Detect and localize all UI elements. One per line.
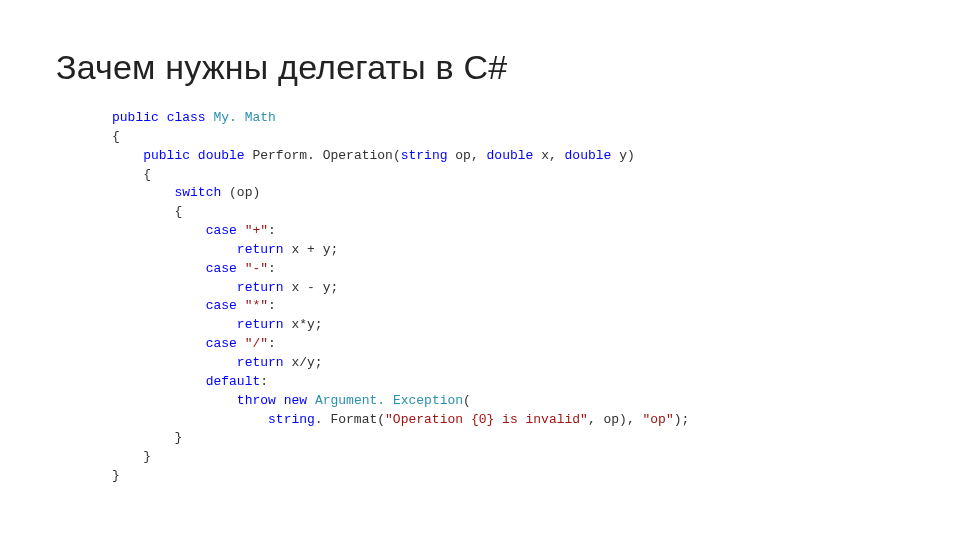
code-token: :: [268, 261, 276, 276]
code-token: My. Math: [213, 110, 275, 125]
code-token: switch: [174, 185, 221, 200]
code-token: }: [143, 449, 151, 464]
code-token: return: [237, 317, 284, 332]
code-token: "op": [643, 412, 674, 427]
code-token: }: [112, 468, 120, 483]
code-token: op,: [448, 148, 487, 163]
code-token: {: [174, 204, 182, 219]
code-token: new: [284, 393, 307, 408]
code-token: class: [167, 110, 206, 125]
code-token: double: [487, 148, 534, 163]
code-token: public: [143, 148, 190, 163]
code-token: return: [237, 355, 284, 370]
code-token: (op): [221, 185, 260, 200]
code-token: public: [112, 110, 159, 125]
code-token: "-": [237, 261, 268, 276]
code-token: );: [674, 412, 690, 427]
code-token: throw: [237, 393, 276, 408]
code-token: double: [198, 148, 245, 163]
code-token: Perform. Operation(: [252, 148, 400, 163]
code-token: x,: [533, 148, 564, 163]
code-token: return: [237, 280, 284, 295]
code-token: :: [268, 298, 276, 313]
code-token: case: [206, 261, 237, 276]
code-token: . Format(: [315, 412, 385, 427]
code-token: y): [611, 148, 634, 163]
code-token: :: [260, 374, 268, 389]
code-token: return: [237, 242, 284, 257]
code-token: double: [565, 148, 612, 163]
code-token: x + y;: [284, 242, 339, 257]
code-token: string: [401, 148, 448, 163]
code-token: default: [206, 374, 261, 389]
code-token: (: [463, 393, 471, 408]
code-token: "/": [237, 336, 268, 351]
code-token: x*y;: [284, 317, 323, 332]
code-token: {: [112, 129, 120, 144]
slide-title: Зачем нужны делегаты в C#: [56, 48, 904, 87]
code-token: }: [174, 430, 182, 445]
code-token: , op),: [588, 412, 643, 427]
code-token: case: [206, 298, 237, 313]
code-token: case: [206, 336, 237, 351]
code-token: "+": [237, 223, 268, 238]
code-token: "*": [237, 298, 268, 313]
code-token: Argument. Exception: [315, 393, 463, 408]
code-token: :: [268, 223, 276, 238]
code-block: public class My. Math { public double Pe…: [112, 109, 904, 486]
code-token: string: [268, 412, 315, 427]
code-token: :: [268, 336, 276, 351]
code-token: "Operation {0} is invalid": [385, 412, 588, 427]
code-token: x - y;: [284, 280, 339, 295]
code-token: case: [206, 223, 237, 238]
code-token: {: [143, 167, 151, 182]
code-token: x/y;: [284, 355, 323, 370]
